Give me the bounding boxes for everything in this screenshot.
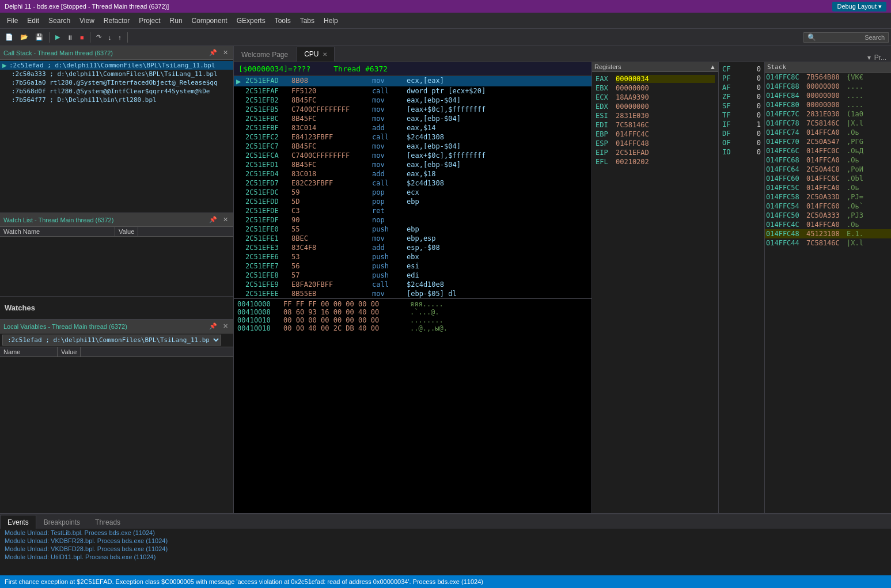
reg-value[interactable]: 18AA9390 xyxy=(616,93,715,101)
disasm-line[interactable]: 2C51EFC2E84123FBFFcall$2c4d1308 xyxy=(234,132,592,142)
tab-welcome[interactable]: Welcome Page xyxy=(234,47,295,62)
callstack-item[interactable]: ▶:2c51efad ; d:\delphi11\CommonFiles\BPL… xyxy=(0,61,233,70)
stack-row[interactable]: 014FFC8C7B564B88{VK€ xyxy=(765,73,891,82)
disasm-line[interactable]: 2C51EFDEC3ret xyxy=(234,206,592,215)
stack-row[interactable]: 014FFC8000000000.... xyxy=(765,100,891,109)
flag-value[interactable]: 0 xyxy=(757,65,761,73)
stack-row[interactable]: 014FFC60014FFC6C.Оbl xyxy=(765,174,891,183)
localvars-close[interactable]: ✕ xyxy=(221,323,230,330)
disasm-line[interactable]: 2C51EFE18BECmovebp,esp xyxy=(234,234,592,243)
disasm-line[interactable]: 2C51EFAFFF5120calldword ptr [ecx+$20] xyxy=(234,86,592,96)
stack-row[interactable]: 014FFC702C50A547,РГG xyxy=(765,137,891,146)
search-input[interactable] xyxy=(818,33,865,41)
disasm-line[interactable]: 2C51EFD483C018addeax,$18 xyxy=(234,169,592,179)
reg-value[interactable]: 2C51EFAD xyxy=(616,149,715,157)
disasm-line[interactable]: 2C51EFDF90nop xyxy=(234,215,592,225)
disasm-line[interactable]: 2C51EFDD5Dpopebp xyxy=(234,197,592,206)
callstack-pin[interactable]: 📌 xyxy=(207,49,219,56)
flag-value[interactable]: 0 xyxy=(757,130,761,138)
disasm-line[interactable]: 2C51EFC78B45FCmoveax,[ebp-$04] xyxy=(234,142,592,151)
memory-row[interactable]: 0041001800 00 40 00 2C DB 40 00..@.,.ы@. xyxy=(236,324,589,332)
disasm-line[interactable]: 2C51EFE857pushedi xyxy=(234,271,592,280)
callstack-close[interactable]: ✕ xyxy=(221,49,230,56)
bottom-tab-events[interactable]: Events xyxy=(0,515,36,529)
tab-cpu-close[interactable]: ✕ xyxy=(323,51,327,58)
disasm-line[interactable]: 2C51EFB5C7400CFFFFFFFFmov[eax+$0c],$ffff… xyxy=(234,105,592,114)
reg-value[interactable]: 00000000 xyxy=(616,103,715,111)
disasm-panel[interactable]: [$00000034]=???? Thread #6372 ▶2C51EFAD8… xyxy=(234,62,592,513)
stack-row[interactable]: 014FFC7C2831E030(1a0 xyxy=(765,109,891,119)
menu-refactor[interactable]: Refactor xyxy=(99,14,134,27)
disasm-line[interactable]: 2C51EFE383C4F8addesp,-$08 xyxy=(234,243,592,252)
toolbar-step-over[interactable]: ↷ xyxy=(93,31,104,44)
reg-value[interactable]: 00210202 xyxy=(616,158,715,166)
flag-value[interactable]: 0 xyxy=(757,93,761,101)
flag-value[interactable]: 0 xyxy=(757,84,761,92)
stack-row[interactable]: 014FFC582C50A33D,PJ= xyxy=(765,192,891,202)
stack-row[interactable]: 014FFC8800000000.... xyxy=(765,82,891,91)
disasm-line[interactable]: 2C51EFBC8B45FCmoveax,[ebp-$04] xyxy=(234,114,592,123)
bottom-tab-breakpoints[interactable]: Breakpoints xyxy=(36,515,88,529)
menu-help[interactable]: Help xyxy=(319,14,343,27)
toolbar-stop[interactable]: ■ xyxy=(77,31,87,44)
stack-row[interactable]: 014FFC6C014FFC0C.ОьД xyxy=(765,146,891,155)
flag-value[interactable]: 0 xyxy=(757,111,761,119)
stack-row[interactable]: 014FFC787C58146C|X.l xyxy=(765,119,891,128)
disasm-line[interactable]: 2C51EFE756pushesi xyxy=(234,261,592,271)
bottom-tab-threads[interactable]: Threads xyxy=(88,515,128,529)
disasm-line[interactable]: 2C51EFB28B45FCmoveax,[ebp-$04] xyxy=(234,96,592,105)
disasm-line[interactable]: 2C51EFD7E82C23FBFFcall$2c4d1308 xyxy=(234,179,592,188)
reg-value[interactable]: 014FFC48 xyxy=(616,139,715,147)
flag-value[interactable]: 0 xyxy=(757,139,761,147)
memory-row[interactable]: 0041001000 00 00 00 00 00 00 00........ xyxy=(236,316,589,324)
menu-project[interactable]: Project xyxy=(134,14,165,27)
reg-value[interactable]: 00000000 xyxy=(616,84,715,92)
memory-row[interactable]: 00410000FF FF FF 00 00 00 00 00яяя..... xyxy=(236,300,589,308)
disasm-line[interactable]: 2C51EFE653pushebx xyxy=(234,252,592,261)
menu-component[interactable]: Component xyxy=(187,14,232,27)
stack-row[interactable]: 014FFC4845123108E.1. xyxy=(765,229,891,238)
stack-row[interactable]: 014FFC642C50A4C8,РоИ xyxy=(765,165,891,174)
reg-value[interactable]: 00000034 xyxy=(616,75,715,83)
callstack-item[interactable]: :7b564f77 ; D:\Delphi11\bin\rtl280.bpl xyxy=(0,96,233,104)
disasm-line[interactable]: 2C51EFCAC7400CFFFFFFFFmov[eax+$0c],$ffff… xyxy=(234,151,592,160)
memory-panel[interactable]: 00410000FF FF FF 00 00 00 00 00яяя.....0… xyxy=(234,298,592,367)
toolbar-open[interactable]: 📂 xyxy=(17,31,31,44)
callstack-item[interactable]: :7b568d0f rtl280.@System@@IntfClear$qqrr… xyxy=(0,87,233,96)
menu-tools[interactable]: Tools xyxy=(270,14,295,27)
tab-cpu[interactable]: CPU ✕ xyxy=(297,47,334,62)
disasm-line[interactable]: 2C51EFE9E8FA20FBFFcall$2c4d10e8 xyxy=(234,280,592,289)
menu-gexperts[interactable]: GExperts xyxy=(232,14,270,27)
toolbar-pause[interactable]: ⏸ xyxy=(64,31,76,44)
menu-file[interactable]: File xyxy=(2,14,22,27)
menu-tabs[interactable]: Tabs xyxy=(295,14,319,27)
stack-row[interactable]: 014FFC8400000000.... xyxy=(765,91,891,100)
disasm-line[interactable]: 2C51EFE055pushebp xyxy=(234,225,592,234)
tab-dropdown-btn[interactable]: ▾ xyxy=(867,54,871,62)
layout-selector[interactable]: Debug Layout ▾ xyxy=(832,2,886,12)
menu-search[interactable]: Search xyxy=(44,14,75,27)
callstack-item[interactable]: :7b56a1a0 rtl280.@System@TInterfacedObje… xyxy=(0,78,233,87)
stack-row[interactable]: 014FFC4C014FFCA0.Оь xyxy=(765,220,891,229)
disasm-line[interactable]: 2C51EFDC59popecx xyxy=(234,188,592,197)
menu-run[interactable]: Run xyxy=(165,14,187,27)
stack-row[interactable]: 014FFC447C58146C|X.l xyxy=(765,238,891,248)
reg-value[interactable]: 2831E030 xyxy=(616,112,715,120)
toolbar-save[interactable]: 💾 xyxy=(32,31,46,44)
flag-value[interactable]: 0 xyxy=(757,148,761,156)
flag-value[interactable]: 1 xyxy=(757,120,761,128)
toolbar-run[interactable]: ▶ xyxy=(52,31,63,44)
disasm-line[interactable]: 2C51EFD18B45FCmoveax,[ebp-$04] xyxy=(234,160,592,169)
reg-value[interactable]: 7C58146C xyxy=(616,121,715,129)
stack-row[interactable]: 014FFC74014FFCA0.Оь xyxy=(765,128,891,137)
watchlist-pin[interactable]: 📌 xyxy=(207,216,219,223)
callstack-item[interactable]: :2c50a333 ; d:\delphi11\CommonFiles\BPL\… xyxy=(0,70,233,78)
disasm-line[interactable]: 2C51EFEE8B55EBmov[ebp-$05] dl xyxy=(234,289,592,298)
flag-value[interactable]: 0 xyxy=(757,74,761,82)
reg-value[interactable]: 014FFC4C xyxy=(616,130,715,138)
localvars-pin[interactable]: 📌 xyxy=(207,323,219,330)
toolbar-step-out[interactable]: ↑ xyxy=(115,31,124,44)
disasm-line[interactable]: 2C51EFBF83C014addeax,$14 xyxy=(234,123,592,132)
search-box[interactable]: 🔍 Search xyxy=(803,32,889,43)
stack-row[interactable]: 014FFC502C50A333,PJ3 xyxy=(765,211,891,220)
